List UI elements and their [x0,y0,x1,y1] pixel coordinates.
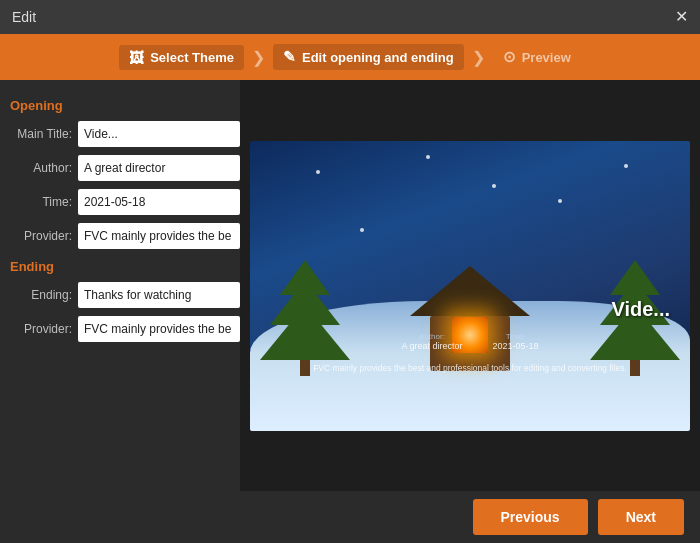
opening-section-label: Opening [10,98,230,113]
overlay-author-label: Author: [419,332,445,341]
tree-layer-3 [260,305,350,360]
footer: Previous Next [0,491,700,543]
ending-row: Ending: [10,282,230,308]
toolbar-sep-2: ❯ [472,48,485,67]
provider-open-input[interactable] [78,223,240,249]
next-button[interactable]: Next [598,499,684,535]
author-row: Author: [10,155,230,181]
main-content: Opening Main Title: Author: Time: Provid… [0,80,700,491]
snowflake [492,184,496,188]
tree-trunk [300,360,310,376]
select-theme-icon: 🖼 [129,49,144,66]
ending-label: Ending: [10,288,78,302]
toolbar-select-theme[interactable]: 🖼 Select Theme [119,45,244,70]
close-button[interactable]: ✕ [675,9,688,25]
overlay-provider: FVC mainly provides the best and profess… [313,363,627,373]
provider-end-row: Provider: [10,316,230,342]
provider-open-label: Provider: [10,229,78,243]
ending-input[interactable] [78,282,240,308]
main-title-input[interactable] [78,121,240,147]
toolbar: 🖼 Select Theme ❯ ✎ Edit opening and endi… [0,34,700,80]
edit-window: Edit ✕ 🖼 Select Theme ❯ ✎ Edit opening a… [0,0,700,543]
edit-opening-label: Edit opening and ending [302,50,454,65]
main-title-row: Main Title: [10,121,230,147]
time-label: Time: [10,195,78,209]
provider-end-input[interactable] [78,316,240,342]
overlay-time: Time: 2021-05-18 [492,332,538,351]
tree-left [260,260,350,376]
author-input[interactable] [78,155,240,181]
overlay-author-value: A great director [401,341,462,351]
time-row: Time: [10,189,230,215]
title-bar: Edit ✕ [0,0,700,34]
previous-button[interactable]: Previous [473,499,588,535]
sidebar: Opening Main Title: Author: Time: Provid… [0,80,240,491]
snowflake [316,170,320,174]
tree-left-shape [260,260,350,376]
main-title-label: Main Title: [10,127,78,141]
preview-image: Vide... Author: A great director Time: 2… [250,141,690,431]
provider-end-label: Provider: [10,322,78,336]
edit-icon: ✎ [283,48,296,66]
tree-layer-1 [280,260,330,295]
preview-area: Vide... Author: A great director Time: 2… [240,80,700,491]
snowflake [426,155,430,159]
time-input[interactable] [78,189,240,215]
overlay-time-label: Time: [506,332,526,341]
toolbar-edit-opening[interactable]: ✎ Edit opening and ending [273,44,464,70]
ending-section-label: Ending [10,259,230,274]
preview-icon: ⊙ [503,48,516,66]
overlay-time-value: 2021-05-18 [492,341,538,351]
overlay-author: Author: A great director [401,332,462,351]
cabin-roof [410,266,530,316]
snowflake [624,164,628,168]
preview-background: Vide... Author: A great director Time: 2… [250,141,690,431]
window-title: Edit [12,9,36,25]
toolbar-sep-1: ❯ [252,48,265,67]
snowflake [360,228,364,232]
provider-open-row: Provider: [10,223,230,249]
toolbar-preview[interactable]: ⊙ Preview [493,44,581,70]
overlay-title: Vide... [611,298,670,321]
preview-label: Preview [522,50,571,65]
cabin [410,281,530,371]
author-label: Author: [10,161,78,175]
tree-r-trunk [630,360,640,376]
overlay-meta: Author: A great director Time: 2021-05-1… [401,332,538,351]
snowflake [558,199,562,203]
select-theme-label: Select Theme [150,50,234,65]
